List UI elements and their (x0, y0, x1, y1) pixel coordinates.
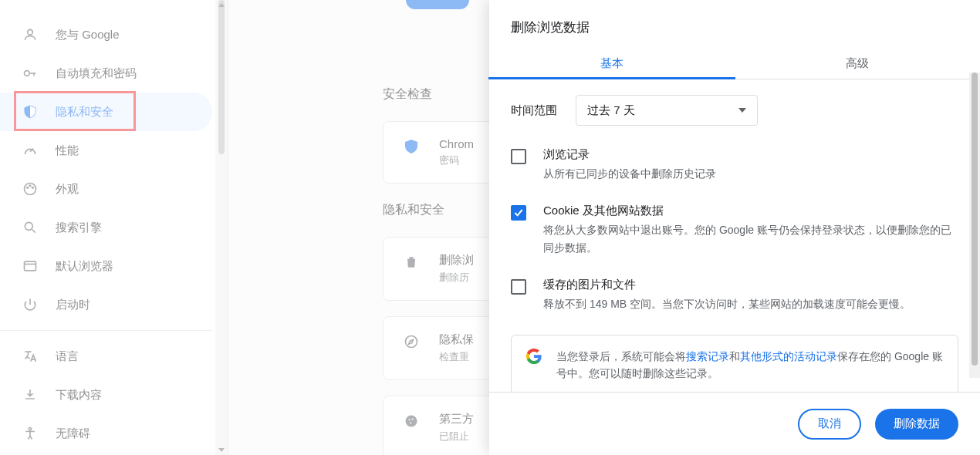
delete-data-button[interactable]: 删除数据 (875, 409, 958, 440)
sidebar-item-autofill[interactable]: 自动填充和密码 (0, 54, 212, 93)
sidebar-item-default-browser[interactable]: 默认浏览器 (0, 247, 212, 285)
dialog-scrollbar[interactable] (969, 72, 980, 378)
svg-point-12 (412, 419, 414, 420)
shield-icon (402, 137, 421, 156)
shield-icon (22, 103, 39, 120)
sidebar-item-accessibility[interactable]: 无障碍 (0, 414, 212, 453)
svg-point-9 (406, 336, 417, 348)
card-title: 第三方 (439, 412, 474, 426)
button-label: 取消 (818, 416, 841, 431)
card-title: 隐私保 (439, 332, 474, 347)
sidebar-item-label: 无障碍 (56, 426, 90, 441)
card-title: Chrom (439, 137, 474, 150)
sidebar-item-label: 语言 (56, 349, 79, 364)
card-title: 删除浏 (439, 253, 474, 268)
button-label: 删除数据 (894, 416, 940, 431)
svg-point-11 (409, 419, 411, 420)
cancel-button[interactable]: 取消 (798, 409, 861, 440)
time-range-select[interactable]: 过去 7 天 (576, 95, 758, 126)
svg-point-5 (32, 187, 34, 189)
svg-point-8 (29, 428, 31, 430)
sidebar-item-label: 性能 (56, 143, 79, 158)
svg-point-0 (28, 29, 33, 35)
search-icon (22, 219, 39, 236)
sidebar-item-label: 启动时 (56, 298, 90, 312)
sidebar-item-label: 自动填充和密码 (56, 66, 137, 81)
speedometer-icon (22, 142, 39, 159)
scroll-down-icon[interactable] (218, 448, 225, 452)
checkbox-cookies[interactable] (511, 205, 526, 221)
option-title: 浏览记录 (543, 147, 716, 162)
card-subtitle: 删除历 (439, 271, 474, 285)
sidebar-item-downloads[interactable]: 下载内容 (0, 376, 212, 414)
sidebar-item-search-engine[interactable]: 搜索引擎 (0, 208, 212, 247)
card-subtitle: 检查重 (439, 350, 474, 364)
settings-sidebar: 您与 Google 自动填充和密码 隐私和安全 性能 外观 搜索引擎 默认浏览器 (0, 0, 228, 455)
sidebar-item-languages[interactable]: 语言 (0, 337, 212, 376)
sidebar-item-performance[interactable]: 性能 (0, 131, 212, 170)
trash-icon (402, 253, 421, 271)
dialog-tabs: 基本 高级 (489, 46, 980, 79)
compass-icon (402, 332, 421, 351)
key-icon (22, 65, 39, 82)
checkbox-browsing-history[interactable] (511, 149, 526, 164)
card-subtitle: 密码 (439, 153, 474, 167)
browser-icon (22, 258, 39, 275)
accessibility-icon (22, 425, 39, 442)
sidebar-item-appearance[interactable]: 外观 (0, 170, 212, 208)
tab-label: 高级 (846, 56, 869, 69)
svg-point-10 (406, 416, 417, 427)
option-description: 释放不到 149 MB 空间。当您下次访问时，某些网站的加载速度可能会更慢。 (543, 295, 911, 312)
link-search-records[interactable]: 搜索记录 (686, 350, 729, 362)
palette-icon (22, 180, 39, 197)
sidebar-separator (0, 330, 212, 331)
tab-basic[interactable]: 基本 (489, 46, 735, 79)
sidebar-scrollbar[interactable] (215, 0, 228, 455)
svg-point-4 (29, 185, 31, 187)
sidebar-item-label: 下载内容 (56, 388, 102, 403)
dialog-footer: 取消 删除数据 (489, 392, 980, 455)
card-subtitle: 已阻止 (439, 430, 474, 443)
info-text: 当您登录后，系统可能会将搜索记录和其他形式的活动记录保存在您的 Google 账… (556, 348, 944, 383)
partial-blue-button (406, 0, 469, 9)
checkbox-cached-images[interactable] (511, 279, 526, 295)
option-cookies[interactable]: Cookie 及其他网站数据 将您从大多数网站中退出账号。您的 Google 账… (511, 204, 958, 256)
tab-label: 基本 (600, 56, 623, 69)
download-icon (22, 386, 39, 403)
scroll-up-icon[interactable] (218, 3, 225, 7)
option-cached-images[interactable]: 缓存的图片和文件 释放不到 149 MB 空间。当您下次访问时，某些网站的加载速… (511, 278, 958, 312)
svg-point-13 (410, 423, 411, 424)
tab-advanced[interactable]: 高级 (735, 46, 980, 79)
svg-rect-7 (25, 261, 36, 271)
power-icon (22, 296, 39, 313)
sidebar-item-label: 您与 Google (56, 28, 120, 42)
sidebar-item-privacy-security[interactable]: 隐私和安全 (0, 93, 212, 131)
svg-point-3 (27, 187, 29, 189)
sidebar-item-label: 默认浏览器 (56, 259, 113, 274)
option-browsing-history[interactable]: 浏览记录 从所有已同步的设备中删除历史记录 (511, 147, 958, 182)
option-description: 将您从大多数网站中退出账号。您的 Google 账号仍会保持登录状态，以便删除您… (543, 221, 958, 256)
svg-point-1 (25, 71, 30, 76)
option-title: 缓存的图片和文件 (543, 278, 911, 292)
clear-browsing-data-dialog: 删除浏览数据 基本 高级 时间范围 过去 7 天 浏览记录 从所有已同步的设备中… (489, 0, 980, 455)
dialog-body: 时间范围 过去 7 天 浏览记录 从所有已同步的设备中删除历史记录 Co (489, 79, 980, 392)
sidebar-item-label: 搜索引擎 (56, 221, 102, 235)
sidebar-item-label: 隐私和安全 (56, 105, 113, 120)
option-title: Cookie 及其他网站数据 (543, 204, 958, 218)
option-description: 从所有已同步的设备中删除历史记录 (543, 165, 716, 182)
sidebar-item-on-startup[interactable]: 启动时 (0, 285, 212, 324)
time-range-label: 时间范围 (511, 103, 557, 118)
cookie-icon (402, 412, 421, 430)
select-value: 过去 7 天 (587, 103, 635, 118)
dialog-title: 删除浏览数据 (489, 0, 980, 46)
sidebar-item-label: 外观 (56, 182, 79, 197)
svg-point-6 (25, 222, 32, 230)
language-icon (22, 348, 39, 365)
sidebar-item-you-and-google[interactable]: 您与 Google (0, 15, 212, 54)
google-account-info: 当您登录后，系统可能会将搜索记录和其他形式的活动记录保存在您的 Google 账… (511, 335, 958, 392)
link-other-activity[interactable]: 其他形式的活动记录 (740, 350, 837, 362)
person-icon (22, 26, 39, 43)
chevron-down-icon (738, 108, 746, 113)
google-logo-icon (525, 348, 542, 365)
